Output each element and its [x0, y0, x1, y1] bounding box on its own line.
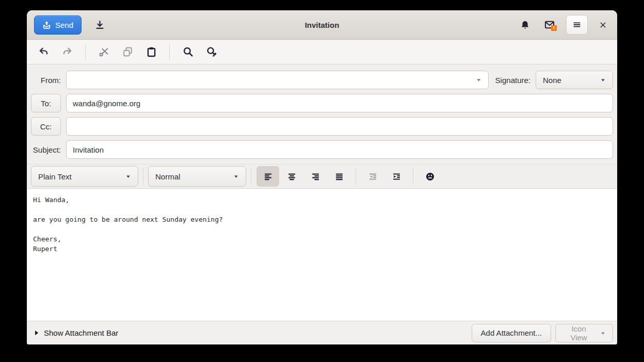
undo-button[interactable]	[33, 42, 54, 62]
toolbar-separator	[413, 168, 413, 185]
align-left-icon	[264, 172, 272, 181]
cc-input[interactable]	[66, 117, 613, 136]
hamburger-menu-icon	[572, 20, 582, 29]
search-icon	[183, 46, 194, 57]
redo-button[interactable]	[57, 42, 77, 62]
align-center-button[interactable]	[280, 166, 303, 187]
edit-toolbar	[27, 40, 617, 64]
dropdown-arrow-icon: ▼	[600, 331, 606, 335]
editing-mode-value: Plain Text	[38, 172, 72, 181]
to-input[interactable]	[66, 94, 613, 112]
signature-value: None	[543, 76, 561, 85]
add-attachment-button[interactable]: Add Attachment...	[472, 324, 551, 342]
indent-icon	[392, 172, 401, 181]
close-window-button[interactable]	[596, 18, 610, 32]
align-right-button[interactable]	[304, 166, 327, 187]
editing-mode-dropdown[interactable]: Plain Text ▼	[31, 166, 138, 187]
to-button[interactable]: To:	[31, 94, 61, 112]
cc-button[interactable]: Cc:	[31, 117, 61, 136]
paste-clipboard-icon	[146, 46, 157, 57]
copy-icon	[122, 46, 133, 57]
send-button[interactable]: Send	[34, 15, 82, 35]
find-button[interactable]	[178, 42, 198, 62]
new-mail-notification-button[interactable]: !	[541, 17, 558, 33]
outdent-icon	[368, 172, 377, 181]
message-text[interactable]: Hi Wanda, are you going to be around nex…	[27, 189, 617, 260]
toolbar-separator	[169, 44, 170, 60]
cut-scissors-icon	[99, 46, 109, 57]
from-input[interactable]	[66, 71, 489, 89]
attachment-bar: Show Attachment Bar Add Attachment... Ic…	[27, 321, 617, 344]
mail-alert-badge: !	[551, 25, 557, 31]
mail-unread-icon: !	[544, 20, 555, 30]
formatting-toolbar: Plain Text ▼ Normal ▼	[27, 164, 617, 189]
cut-button[interactable]	[93, 42, 114, 62]
show-attachment-bar-expander[interactable]: Show Attachment Bar	[31, 328, 121, 337]
to-row: To:	[31, 94, 613, 112]
composer-window: Invitation Send	[27, 10, 617, 344]
dropdown-arrow-icon: ▼	[600, 78, 606, 83]
paragraph-style-value: Normal	[155, 172, 180, 181]
header-bar: Invitation Send	[27, 10, 617, 40]
send-button-label: Send	[55, 21, 73, 29]
justify-icon	[335, 172, 344, 181]
align-center-icon	[287, 172, 296, 181]
expander-triangle-icon	[34, 330, 39, 336]
copy-button[interactable]	[117, 42, 138, 62]
align-left-button[interactable]	[256, 166, 279, 187]
signature-label: Signature:	[495, 76, 530, 85]
desktop-background: { "window": { "title": "Invitation" }, "…	[0, 0, 644, 362]
subject-input[interactable]	[66, 140, 613, 159]
justify-button[interactable]	[328, 166, 350, 187]
save-draft-button[interactable]	[92, 17, 108, 33]
signature-dropdown[interactable]: None ▼	[536, 71, 613, 89]
from-label: From:	[31, 76, 61, 85]
message-body-editor[interactable]: Hi Wanda, are you going to be around nex…	[27, 189, 617, 321]
indent-button[interactable]	[385, 166, 408, 187]
from-row: From: ▼ Signature: None ▼	[31, 71, 613, 89]
emoji-smiley-icon	[425, 172, 435, 182]
toolbar-separator	[356, 168, 356, 185]
subject-row: Subject:	[31, 140, 613, 159]
close-icon	[599, 21, 607, 29]
paragraph-style-dropdown[interactable]: Normal ▼	[148, 166, 246, 187]
find-replace-icon	[206, 46, 217, 57]
header-right-controls: !	[517, 15, 610, 35]
toolbar-separator	[143, 168, 143, 185]
expander-label: Show Attachment Bar	[44, 328, 118, 337]
outdent-button[interactable]	[361, 166, 384, 187]
envelope-fields: From: ▼ Signature: None ▼ To: Cc: Subjec…	[27, 64, 617, 164]
redo-icon	[62, 46, 73, 57]
undo-icon	[38, 46, 49, 57]
paste-button[interactable]	[141, 42, 162, 62]
insert-emoji-button[interactable]	[418, 166, 441, 187]
view-mode-label: Icon View	[562, 324, 595, 342]
align-right-icon	[311, 172, 320, 181]
add-attachment-label: Add Attachment...	[481, 328, 542, 337]
attachment-view-mode-dropdown[interactable]: Icon View ▼	[555, 324, 613, 342]
menu-button[interactable]	[566, 15, 588, 35]
toolbar-separator	[251, 168, 251, 185]
notifications-button[interactable]	[517, 17, 533, 33]
bell-icon	[520, 20, 530, 30]
toolbar-separator	[85, 44, 86, 60]
find-replace-button[interactable]	[201, 42, 222, 62]
from-combo[interactable]: ▼	[66, 71, 489, 89]
dropdown-arrow-icon: ▼	[233, 174, 239, 179]
save-download-icon	[95, 20, 105, 30]
send-mail-icon	[42, 21, 51, 29]
cc-row: Cc:	[31, 117, 613, 136]
dropdown-arrow-icon: ▼	[125, 174, 131, 179]
subject-label: Subject:	[31, 145, 61, 154]
